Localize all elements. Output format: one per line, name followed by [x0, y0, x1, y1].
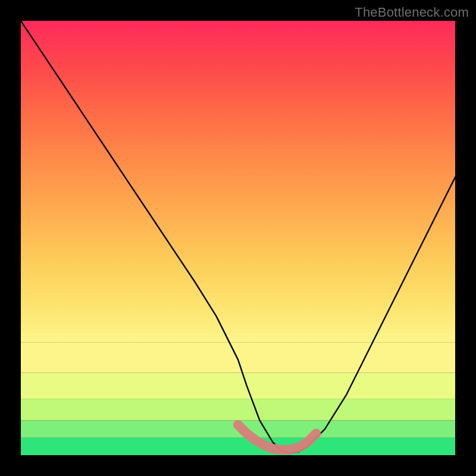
background-band: [21, 372, 455, 399]
watermark-text: TheBottleneck.com: [355, 5, 469, 20]
background-band: [21, 438, 455, 455]
chart-svg: [21, 21, 455, 455]
background-band: [21, 342, 455, 372]
background-band: [21, 399, 455, 421]
chart-frame: [0, 0, 476, 476]
background-gradient: [21, 21, 455, 342]
plot-area: [21, 21, 455, 455]
